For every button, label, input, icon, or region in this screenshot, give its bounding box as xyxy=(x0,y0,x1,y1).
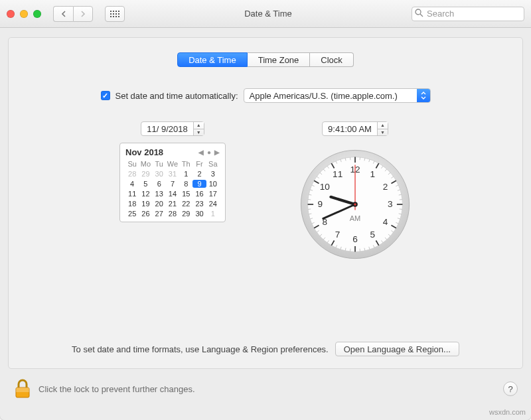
calendar-nav: ◀ ● ▶ xyxy=(198,149,220,156)
window-title: Date & Time xyxy=(131,9,405,19)
calendar-day[interactable]: 1 xyxy=(179,170,192,178)
time-field[interactable]: 9:41:00 AM ▲▼ xyxy=(322,121,388,136)
auto-checkbox[interactable]: ✓ xyxy=(101,91,110,100)
svg-rect-1 xyxy=(113,11,114,12)
cal-today-icon[interactable]: ● xyxy=(207,149,211,156)
svg-text:10: 10 xyxy=(320,182,331,192)
clock-face-icon: 121234567891011 AM xyxy=(299,148,412,261)
svg-point-12 xyxy=(416,9,421,15)
back-button[interactable] xyxy=(53,6,73,22)
svg-text:3: 3 xyxy=(388,199,393,209)
calendar-day-dim[interactable]: 1 xyxy=(206,210,220,218)
calendar-day[interactable]: 9 xyxy=(192,180,206,188)
zoom-icon[interactable] xyxy=(33,10,41,18)
calendar-day[interactable]: 22 xyxy=(179,200,192,208)
calendar: Nov 2018 ◀ ● ▶ SuMoTuWeThFrSa28293031123… xyxy=(119,143,226,222)
calendar-dow: Sa xyxy=(206,160,220,168)
svg-text:6: 6 xyxy=(352,234,358,244)
svg-text:2: 2 xyxy=(383,182,388,192)
calendar-day-dim[interactable]: 31 xyxy=(166,170,179,178)
tab-date-time[interactable]: Date & Time xyxy=(177,52,248,67)
svg-rect-5 xyxy=(113,13,114,15)
svg-rect-3 xyxy=(118,11,119,12)
svg-text:4: 4 xyxy=(383,217,388,227)
lock-icon[interactable] xyxy=(13,378,32,399)
calendar-day[interactable]: 26 xyxy=(139,210,152,218)
calendar-day[interactable]: 19 xyxy=(139,200,152,208)
preferences-panel: Date & Time Time Zone Clock ✓ Set date a… xyxy=(8,37,523,369)
calendar-header: Nov 2018 ◀ ● ▶ xyxy=(125,147,220,157)
open-language-region-button[interactable]: Open Language & Region... xyxy=(335,342,459,356)
calendar-day[interactable]: 5 xyxy=(139,180,152,188)
svg-rect-2 xyxy=(115,11,117,12)
auto-label: Set date and time automatically: xyxy=(115,91,238,101)
svg-rect-4 xyxy=(110,13,112,15)
calendar-day[interactable]: 3 xyxy=(206,170,220,178)
calendar-day[interactable]: 23 xyxy=(192,200,206,208)
time-stepper[interactable]: ▲▼ xyxy=(377,122,388,135)
calendar-day-dim[interactable]: 30 xyxy=(153,170,166,178)
calendar-day[interactable]: 4 xyxy=(125,180,139,188)
forward-button[interactable] xyxy=(73,6,93,22)
calendar-day[interactable]: 30 xyxy=(192,210,206,218)
date-field[interactable]: 11/ 9/2018 ▲▼ xyxy=(141,121,204,136)
calendar-month: Nov 2018 xyxy=(125,147,163,157)
svg-text:1: 1 xyxy=(370,169,376,179)
date-value: 11/ 9/2018 xyxy=(141,124,192,134)
calendar-day[interactable]: 15 xyxy=(179,190,192,198)
calendar-day[interactable]: 28 xyxy=(166,210,179,218)
content-area: Date & Time Time Zone Clock ✓ Set date a… xyxy=(0,28,531,420)
search-input[interactable] xyxy=(412,7,524,21)
calendar-day[interactable]: 11 xyxy=(125,190,139,198)
calendar-day-dim[interactable]: 28 xyxy=(125,170,139,178)
calendar-day[interactable]: 29 xyxy=(179,210,192,218)
calendar-day[interactable]: 12 xyxy=(139,190,152,198)
help-button[interactable]: ? xyxy=(503,382,518,396)
calendar-day[interactable]: 6 xyxy=(153,180,166,188)
svg-text:7: 7 xyxy=(335,230,341,240)
calendar-day[interactable]: 2 xyxy=(192,170,206,178)
tab-time-zone[interactable]: Time Zone xyxy=(248,52,311,67)
calendar-day[interactable]: 8 xyxy=(179,180,192,188)
svg-rect-8 xyxy=(110,16,112,17)
calendar-day[interactable]: 16 xyxy=(192,190,206,198)
time-value: 9:41:00 AM xyxy=(323,124,377,134)
svg-point-93 xyxy=(354,203,356,205)
calendar-day[interactable]: 27 xyxy=(153,210,166,218)
time-server-select[interactable]: Apple Americas/U.S. (time.apple.com.) xyxy=(244,88,431,103)
date-column: 11/ 9/2018 ▲▼ Nov 2018 ◀ ● ▶ SuMoTuW xyxy=(119,121,226,261)
calendar-day[interactable]: 21 xyxy=(166,200,179,208)
nav-back-forward xyxy=(53,6,93,22)
cal-next-icon[interactable]: ▶ xyxy=(214,149,220,156)
calendar-day[interactable]: 7 xyxy=(166,180,179,188)
minimize-icon[interactable] xyxy=(20,10,28,18)
cal-prev-icon[interactable]: ◀ xyxy=(198,149,204,156)
svg-rect-7 xyxy=(118,13,119,15)
lock-text: Click the lock to prevent further change… xyxy=(38,384,195,394)
svg-rect-95 xyxy=(16,387,29,392)
close-icon[interactable] xyxy=(7,10,15,18)
watermark: wsxdn.com xyxy=(489,408,526,416)
titlebar: Date & Time xyxy=(0,0,531,28)
calendar-day[interactable]: 14 xyxy=(166,190,179,198)
search-icon xyxy=(415,9,423,19)
calendar-day-dim[interactable]: 29 xyxy=(139,170,152,178)
calendar-day[interactable]: 24 xyxy=(206,200,220,208)
time-server-value: Apple Americas/U.S. (time.apple.com.) xyxy=(244,91,417,101)
svg-rect-10 xyxy=(115,16,117,17)
svg-rect-9 xyxy=(113,16,114,17)
calendar-day[interactable]: 25 xyxy=(125,210,139,218)
svg-text:11: 11 xyxy=(333,169,342,179)
calendar-grid: SuMoTuWeThFrSa28293031123456789101112131… xyxy=(125,160,220,218)
calendar-day[interactable]: 20 xyxy=(153,200,166,208)
tab-clock[interactable]: Clock xyxy=(310,52,354,67)
calendar-day[interactable]: 17 xyxy=(206,190,220,198)
svg-rect-6 xyxy=(115,13,117,15)
analog-clock: 121234567891011 AM xyxy=(299,148,412,261)
show-all-button[interactable] xyxy=(105,6,125,22)
date-stepper[interactable]: ▲▼ xyxy=(193,122,204,135)
svg-rect-11 xyxy=(118,16,119,17)
calendar-day[interactable]: 13 xyxy=(153,190,166,198)
calendar-day[interactable]: 18 xyxy=(125,200,139,208)
calendar-day[interactable]: 10 xyxy=(206,180,220,188)
